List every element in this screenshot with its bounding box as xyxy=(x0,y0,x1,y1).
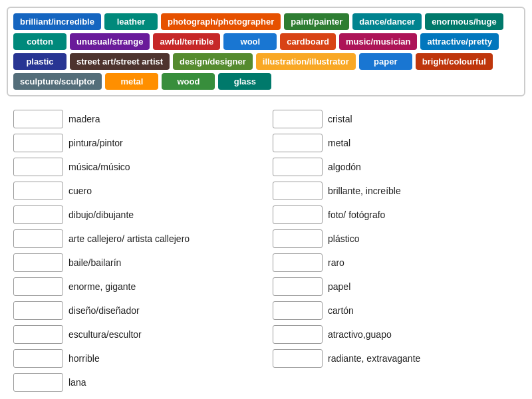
answer-box-l11[interactable] xyxy=(13,349,63,368)
word-chip-dance[interactable]: dance/dancer xyxy=(352,13,422,30)
match-row: diseño/diseñador xyxy=(13,300,259,321)
match-row: algodón xyxy=(273,156,519,178)
match-label-l2: pintura/pintor xyxy=(68,138,123,148)
answer-box-l7[interactable] xyxy=(13,253,63,272)
match-row: pintura/pintor xyxy=(13,132,259,154)
match-label-l3: música/músico xyxy=(68,162,130,172)
match-label-r5: foto/ fotógrafo xyxy=(328,209,385,220)
match-row: foto/ fotógrafo xyxy=(273,204,519,225)
word-chip-wool[interactable]: wool xyxy=(223,33,277,50)
answer-box-l6[interactable] xyxy=(13,229,63,248)
word-chip-enormous[interactable]: enormous/huge xyxy=(425,13,503,30)
match-label-l11: horrible xyxy=(68,353,100,364)
word-chip-leather[interactable]: leather xyxy=(104,13,158,30)
answer-box-l5[interactable] xyxy=(13,205,63,224)
match-label-r7: raro xyxy=(328,257,344,268)
word-chip-cotton[interactable]: cotton xyxy=(13,33,66,50)
match-row: metal xyxy=(273,132,519,154)
word-chip-design[interactable]: design/designer xyxy=(173,53,253,70)
answer-box-l3[interactable] xyxy=(13,158,63,176)
match-label-r9: cartón xyxy=(328,305,354,316)
match-label-l1: madera xyxy=(68,114,100,124)
answer-box-r10[interactable] xyxy=(273,325,323,344)
word-chip-street[interactable]: street art/street artist xyxy=(70,53,170,70)
match-row: música/músico xyxy=(13,156,259,178)
match-label-l4: cuero xyxy=(68,186,92,196)
match-label-l12: lana xyxy=(68,377,86,388)
match-row: dibujo/dibujante xyxy=(13,204,259,225)
answer-box-l8[interactable] xyxy=(13,277,63,296)
match-row: enorme, gigante xyxy=(13,276,259,297)
match-label-r2: metal xyxy=(328,138,350,148)
answer-box-r4[interactable] xyxy=(273,182,323,200)
answer-box-r3[interactable] xyxy=(273,158,323,176)
word-chip-bright[interactable]: bright/colourful xyxy=(416,53,493,70)
word-chip-cardboard[interactable]: cardboard xyxy=(280,33,336,50)
answer-box-r5[interactable] xyxy=(273,205,323,224)
match-row: lana xyxy=(13,372,259,393)
answer-box-r9[interactable] xyxy=(273,301,323,320)
word-chip-plastic[interactable]: plastic xyxy=(13,53,66,70)
answer-box-l9[interactable] xyxy=(13,301,63,320)
match-row: arte callejero/ artista callejero xyxy=(13,228,259,249)
word-chip-wood[interactable]: wood xyxy=(162,73,215,90)
word-chip-metal[interactable]: metal xyxy=(105,73,158,90)
match-label-r1: cristal xyxy=(328,114,352,124)
right-column: cristalmetalalgodónbrillante, increíblef… xyxy=(273,108,519,393)
word-chip-awful[interactable]: awful/terrible xyxy=(153,33,220,50)
match-label-r3: algodón xyxy=(328,162,361,172)
match-row: madera xyxy=(13,108,259,130)
match-label-l5: dibujo/dibujante xyxy=(68,209,134,220)
word-bank: brilliant/incredibleleatherphotograph/ph… xyxy=(7,7,525,96)
left-column: maderapintura/pintormúsica/músicocuerodi… xyxy=(13,108,259,393)
word-chip-unusual[interactable]: unusual/strange xyxy=(70,33,150,50)
match-row: papel xyxy=(273,276,519,297)
match-label-r4: brillante, increíble xyxy=(328,186,401,196)
answer-box-r7[interactable] xyxy=(273,253,323,272)
match-row: horrible xyxy=(13,348,259,369)
answer-box-r2[interactable] xyxy=(273,134,323,152)
match-area: maderapintura/pintormúsica/músicocuerodi… xyxy=(7,108,525,393)
word-chip-illustration[interactable]: illustration/illustrator xyxy=(256,53,356,70)
answer-box-r6[interactable] xyxy=(273,229,323,248)
match-row: cristal xyxy=(273,108,519,130)
answer-box-l10[interactable] xyxy=(13,325,63,344)
answer-box-l4[interactable] xyxy=(13,182,63,200)
match-label-r10: atractivo,guapo xyxy=(328,329,392,340)
answer-box-l1[interactable] xyxy=(13,110,63,128)
word-chip-glass[interactable]: glass xyxy=(218,73,271,90)
match-row: cuero xyxy=(13,180,259,201)
word-chip-sculpture[interactable]: sculpture/sculptor xyxy=(13,73,102,90)
match-label-l9: diseño/diseñador xyxy=(68,305,140,316)
answer-box-r11[interactable] xyxy=(273,349,323,368)
match-label-l10: escultura/escultor xyxy=(68,329,142,340)
answer-box-l12[interactable] xyxy=(13,373,63,392)
answer-box-r8[interactable] xyxy=(273,277,323,296)
match-row: raro xyxy=(273,252,519,273)
match-row: radiante, extravagante xyxy=(273,348,519,369)
match-row: atractivo,guapo xyxy=(273,324,519,345)
match-label-r8: papel xyxy=(328,281,350,292)
match-label-l8: enorme, gigante xyxy=(68,281,136,292)
match-label-r6: plástico xyxy=(328,233,359,244)
word-chip-attractive[interactable]: attractive/pretty xyxy=(420,33,499,50)
answer-box-l2[interactable] xyxy=(13,134,63,152)
word-chip-photograph[interactable]: photograph/photographer xyxy=(161,13,281,30)
word-chip-brilliant[interactable]: brilliant/incredible xyxy=(13,13,101,30)
word-chip-paper[interactable]: paper xyxy=(359,53,412,70)
match-row: escultura/escultor xyxy=(13,324,259,345)
match-label-l7: baile/bailarín xyxy=(68,257,121,268)
answer-box-r1[interactable] xyxy=(273,110,323,128)
match-label-r11: radiante, extravagante xyxy=(328,353,420,364)
match-row: plástico xyxy=(273,228,519,249)
word-chip-music[interactable]: music/musician xyxy=(339,33,418,50)
word-chip-paint[interactable]: paint/painter xyxy=(284,13,349,30)
match-row: baile/bailarín xyxy=(13,252,259,273)
match-row: cartón xyxy=(273,300,519,321)
match-row: brillante, increíble xyxy=(273,180,519,201)
match-label-l6: arte callejero/ artista callejero xyxy=(68,233,190,244)
